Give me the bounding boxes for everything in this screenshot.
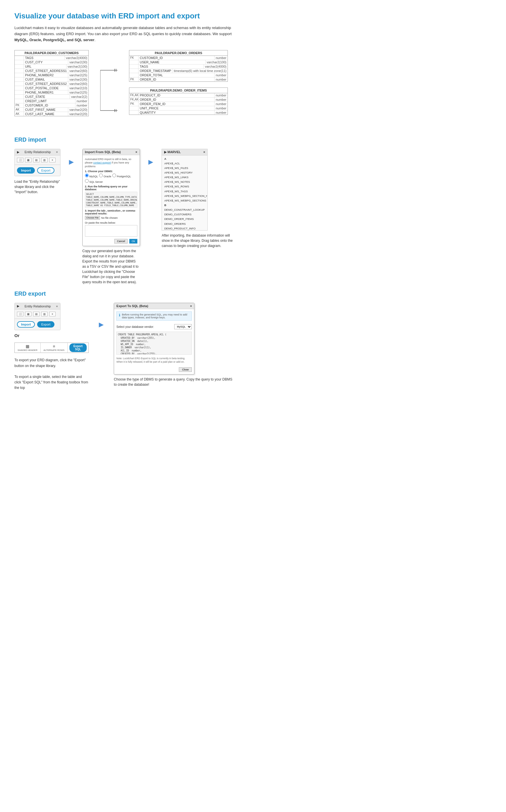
table-row: CUST_STATEvarchar2(2) (15, 95, 88, 99)
export-left-desc: To export your ERD diagram, click the "E… (14, 358, 89, 391)
table-row: CUST_STREET_ADDRESS1varchar2(60) (15, 69, 88, 73)
table-row: PHONE_NUMBER2varchar2(25) (15, 73, 88, 78)
export-dialog-titlebar: Export To SQL (Beta) × (114, 303, 194, 309)
choose-file-button[interactable]: Choose File (85, 216, 100, 220)
marvel-list: A APEX$_ACL APEX$_WS_FILES APEX$_WS_HIST… (162, 156, 207, 230)
toolbar-shaded-header[interactable]: ▦ SHADED HEADER (15, 343, 40, 352)
order-items-table: PAULDRAPER.DEMO_ORDER_ITEMS FK,AKPRODUCT… (129, 88, 228, 115)
shape-library-icons: ⬜ ▦ ▤ ▥ ≡ (15, 156, 60, 165)
export-shape-library-close[interactable]: × (56, 305, 58, 308)
export-triangle-icon: ▶ (17, 304, 19, 308)
page-title: Visualize your database with ERD import … (14, 11, 233, 20)
import-dialog-buttons: Cancel Ok (85, 239, 137, 243)
list-item[interactable]: DEMO_CONSTRAINT_LOOKUP (164, 208, 205, 212)
floating-toolbar: ▦ SHADED HEADER ≡ ALTERNATE ROWS Export … (14, 342, 89, 353)
export-vendor-select[interactable]: MySQL (174, 324, 192, 329)
list-item[interactable]: A (164, 157, 205, 161)
import-button[interactable]: Import (17, 167, 35, 174)
export-shape-icon-2[interactable]: ▦ (25, 312, 31, 316)
import-radio-group: MySQL Oracle PostgreSQL SQL Server (85, 174, 137, 183)
radio-sqlserver[interactable]: SQL Server (85, 179, 103, 183)
export-sql-button[interactable]: Export SQL (69, 343, 87, 352)
table-row: UNIT_PRICEnumber (129, 106, 228, 111)
contact-support-link[interactable]: contact support (93, 161, 111, 164)
list-item[interactable]: APEX$_WS_FILES (164, 166, 205, 171)
export-close-button[interactable]: Close (179, 367, 192, 372)
list-item[interactable]: APEX$_WS_WEBPG_SECTIONS (164, 198, 205, 203)
list-item[interactable]: APEX$_ACL (164, 161, 205, 166)
import-dialog-title: Import From SQL (Beta) (85, 150, 121, 154)
export-shape-icon-4[interactable]: ▥ (41, 312, 48, 316)
list-item[interactable]: B (164, 203, 205, 208)
radio-mysql[interactable]: MySQL (85, 174, 98, 178)
export-right-col: Export To SQL (Beta) × ℹ Before running … (114, 303, 233, 387)
import-step1-label: 1. Choose your DBMS: (85, 170, 137, 173)
export-shape-library-header: ▶ Entity Relationship × (15, 303, 60, 309)
paste-textarea[interactable] (85, 225, 137, 236)
table-row: CREDIT_LIMITnumber (15, 99, 88, 103)
list-item[interactable]: APEX$_WS_HISTORY (164, 171, 205, 175)
export-code-area: CREATE TABLE PAULDRAPER.APEX$_ACL ( UPDA… (116, 332, 192, 354)
export-shape-library-panel: ▶ Entity Relationship × ⬜ ▦ ▤ ▥ ≡ Import… (14, 303, 61, 330)
table-row: CUST_CITYvarchar2(30) (15, 60, 88, 65)
export-shape-icon-5[interactable]: ≡ (49, 312, 56, 316)
shape-icon-3[interactable]: ▤ (33, 158, 39, 162)
marvel-close[interactable]: × (203, 150, 205, 154)
list-item[interactable]: APEX$_WS_NOTES (164, 180, 205, 184)
export-shape-library-buttons: Import Export (15, 319, 60, 330)
export-dialog-title-text: Export To SQL (Beta) (116, 304, 148, 308)
list-item[interactable]: APEX$_WS_ROWS (164, 184, 205, 189)
export-dialog-close[interactable]: × (190, 304, 192, 308)
shape-icon-4[interactable]: ▥ (41, 158, 48, 162)
export-export-button[interactable]: Export (37, 321, 55, 327)
import-step2-label: 2. Run the following query on your datab… (85, 185, 137, 191)
shape-library-close[interactable]: × (56, 150, 58, 154)
shape-library-buttons: Import Export (15, 165, 60, 176)
table-row: TAGSvarchar2(4000) (15, 56, 88, 60)
shaded-header-label: SHADED HEADER (17, 349, 37, 351)
list-item[interactable]: APEX$_WS_LINKS (164, 175, 205, 180)
export-button[interactable]: Export (37, 167, 55, 174)
shape-icon-1[interactable]: ⬜ (17, 158, 23, 162)
list-item[interactable]: DEMO_PRODUCT_INFO (164, 226, 205, 230)
table-row: CUST_POSTAL_CODEvarchar2(10) (15, 86, 88, 90)
export-shape-icon-1[interactable]: ⬜ (17, 312, 23, 316)
table-row: ORDER_TOTALnumber (129, 73, 228, 78)
shape-library-panel: ▶ Entity Relationship × ⬜ ▦ ▤ ▥ ≡ Import… (14, 149, 61, 176)
arrow-2: ► (147, 158, 155, 167)
list-item[interactable]: APEX$_WS_WEBPG_SECTION_HI... (164, 194, 205, 198)
cancel-button[interactable]: Cancel (114, 239, 128, 243)
export-info-text: Before running the generated SQL, you ma… (122, 313, 189, 319)
export-shape-icon-3[interactable]: ▤ (33, 312, 39, 316)
radio-postgresql[interactable]: PostgreSQL (112, 174, 131, 178)
import-dialog-close[interactable]: × (135, 150, 137, 154)
list-item[interactable]: DEMO_CUSTOMERS (164, 212, 205, 217)
customers-table: PAULDRAPER.DEMO_CUSTOMERS TAGSvarchar2(4… (14, 50, 89, 116)
radio-oracle[interactable]: Oracle (99, 174, 111, 178)
export-desc-2: To export a single table, select the tab… (14, 374, 89, 391)
list-item[interactable]: DEMO_ORDER_ITEMS (164, 217, 205, 221)
import-dialog: Import From SQL (Beta) × Automated ERD i… (82, 149, 140, 246)
shape-library-title: Entity Relationship (24, 150, 51, 154)
order-items-table-title: PAULDRAPER.DEMO_ORDER_ITEMS (129, 88, 228, 93)
ok-button[interactable]: Ok (129, 239, 137, 243)
erd-diagram: PAULDRAPER.DEMO_CUSTOMERS TAGSvarchar2(4… (14, 50, 233, 125)
marvel-title: ▶ MARVEL (164, 150, 181, 154)
shape-library-triangle: ▶ (17, 150, 19, 154)
export-columns: ▶ Entity Relationship × ⬜ ▦ ▤ ▥ ≡ Import… (14, 303, 233, 391)
import-step3: ▶ MARVEL × A APEX$_ACL APEX$_WS_FILES AP… (162, 149, 233, 248)
toolbar-alternate-rows[interactable]: ≡ ALTERNATE ROWS (40, 343, 68, 352)
no-file-label: No file chosen (101, 216, 117, 219)
import-step3-label: 3. Import the tab-, semicolon-, or comma… (85, 209, 137, 215)
table-row: PKCUSTOMER_IDnumber (15, 103, 88, 108)
right-tables: PAULDRAPER.DEMO_ORDERS FKCUSTOMER_IDnumb… (129, 50, 228, 115)
list-item[interactable]: DEMO_ORDERS (164, 222, 205, 226)
alternate-rows-icon: ≡ (44, 344, 65, 348)
erd-export-section: ERD export ▶ Entity Relationship × ⬜ ▦ ▤… (14, 290, 233, 391)
customers-table-title: PAULDRAPER.DEMO_CUSTOMERS (15, 50, 88, 56)
shape-icon-5[interactable]: ≡ (49, 158, 56, 162)
export-right-desc: Choose the type of DBMS to generate a qu… (114, 377, 233, 387)
export-import-button[interactable]: Import (17, 321, 35, 327)
shape-icon-2[interactable]: ▦ (25, 158, 31, 162)
list-item[interactable]: APEX$_WS_TAGS (164, 189, 205, 194)
